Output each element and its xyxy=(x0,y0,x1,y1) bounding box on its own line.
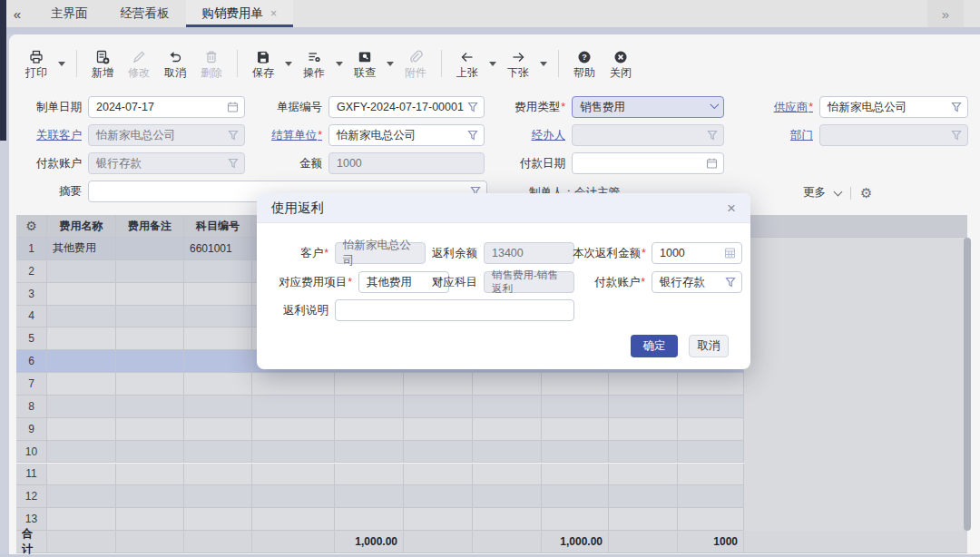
table-cell[interactable] xyxy=(678,396,744,418)
table-cell[interactable] xyxy=(47,327,116,350)
table-cell[interactable] xyxy=(184,485,252,508)
next-button[interactable]: 下张 xyxy=(500,49,536,78)
table-row[interactable]: 7 xyxy=(16,373,744,396)
table-cell[interactable] xyxy=(678,485,744,508)
table-cell[interactable] xyxy=(404,418,473,441)
rebate-note-input[interactable] xyxy=(335,299,574,321)
prev-dropdown-caret[interactable] xyxy=(489,62,496,66)
row-number[interactable]: 5 xyxy=(16,327,47,350)
cancel-button[interactable]: 取消 xyxy=(157,49,193,78)
filter-icon[interactable] xyxy=(725,277,736,288)
row-number[interactable]: 2 xyxy=(16,260,47,283)
table-cell[interactable] xyxy=(473,396,542,418)
table-cell[interactable] xyxy=(184,350,252,373)
table-cell[interactable] xyxy=(335,396,404,418)
collapse-right-icon[interactable]: » xyxy=(927,0,964,27)
account-subject-input[interactable]: 销售费用-销售返利 xyxy=(484,271,574,293)
table-cell[interactable] xyxy=(609,396,678,418)
department-label[interactable]: 部门 xyxy=(759,128,813,143)
expense-type-select[interactable]: 销售费用 xyxy=(572,96,724,118)
table-cell[interactable] xyxy=(47,306,116,328)
dialog-close-icon[interactable]: × xyxy=(727,200,736,216)
table-cell[interactable] xyxy=(116,350,184,373)
table-row[interactable]: 8 xyxy=(16,396,744,418)
table-cell[interactable] xyxy=(184,464,252,486)
table-cell[interactable] xyxy=(252,464,335,486)
table-cell[interactable] xyxy=(116,396,184,418)
more-button[interactable]: 更多 xyxy=(803,185,826,200)
column-header[interactable]: 科目编号 xyxy=(184,215,252,238)
table-cell[interactable] xyxy=(184,306,252,328)
row-number[interactable]: 10 xyxy=(16,441,47,464)
related-customer-input[interactable]: 怡新家电总公司 xyxy=(88,124,245,146)
table-cell[interactable] xyxy=(116,283,184,306)
table-cell[interactable] xyxy=(335,464,404,486)
table-cell[interactable] xyxy=(184,396,252,418)
table-cell[interactable] xyxy=(116,441,184,464)
table-row[interactable]: 9 xyxy=(16,418,744,441)
table-cell[interactable] xyxy=(542,508,609,531)
table-cell[interactable] xyxy=(678,418,744,441)
table-cell[interactable] xyxy=(184,260,252,283)
next-dropdown-caret[interactable] xyxy=(540,62,547,66)
table-cell[interactable] xyxy=(47,418,116,441)
customer-input[interactable]: 怡新家电总公司 xyxy=(335,242,426,264)
settle-unit-label[interactable]: 结算单位* xyxy=(263,128,322,143)
table-cell[interactable] xyxy=(609,508,678,531)
table-row[interactable]: 10 xyxy=(16,441,744,464)
table-cell[interactable] xyxy=(678,508,744,531)
edit-button[interactable]: 修改 xyxy=(121,49,157,78)
tab-expense-doc[interactable]: 购销费用单 × xyxy=(186,0,294,27)
table-cell[interactable] xyxy=(542,485,609,508)
rebate-balance-input[interactable]: 13400 xyxy=(484,242,574,264)
table-cell[interactable] xyxy=(47,260,116,283)
save-button[interactable]: 保存 xyxy=(245,49,281,78)
table-cell[interactable] xyxy=(404,396,473,418)
table-cell[interactable] xyxy=(252,441,335,464)
supplier-label[interactable]: 供应商* xyxy=(759,100,813,115)
table-cell[interactable] xyxy=(116,418,184,441)
table-cell[interactable] xyxy=(609,441,678,464)
table-cell[interactable] xyxy=(473,441,542,464)
table-cell[interactable] xyxy=(404,464,473,486)
table-cell[interactable] xyxy=(473,373,542,396)
doc-no-input[interactable]: GXFY-2024-07-17-00001 xyxy=(328,96,485,118)
table-row[interactable]: 12 xyxy=(16,485,744,508)
row-number[interactable]: 4 xyxy=(16,306,47,328)
linkquery-button[interactable]: 联查 xyxy=(347,49,383,78)
tab-close-icon[interactable]: × xyxy=(270,7,277,20)
doc-date-input[interactable]: 2024-07-17 xyxy=(88,96,245,118)
pay-account-input[interactable]: 银行存款 xyxy=(88,152,245,174)
table-row[interactable]: 11 xyxy=(16,464,744,486)
table-cell[interactable] xyxy=(404,508,473,531)
table-cell[interactable] xyxy=(335,485,404,508)
table-cell[interactable] xyxy=(47,396,116,418)
table-cell[interactable] xyxy=(609,418,678,441)
table-cell[interactable] xyxy=(335,418,404,441)
table-cell[interactable] xyxy=(184,418,252,441)
table-cell[interactable] xyxy=(335,441,404,464)
table-cell[interactable] xyxy=(473,485,542,508)
table-cell[interactable] xyxy=(335,373,404,396)
table-cell[interactable] xyxy=(542,441,609,464)
table-cell[interactable] xyxy=(116,327,184,350)
filter-icon[interactable] xyxy=(467,102,478,112)
table-cell[interactable] xyxy=(609,464,678,486)
ok-button[interactable]: 确定 xyxy=(631,335,678,357)
operate-dropdown-caret[interactable] xyxy=(336,62,343,66)
table-cell[interactable] xyxy=(678,373,744,396)
dialog-pay-account-input[interactable]: 银行存款 xyxy=(652,271,742,293)
table-cell[interactable] xyxy=(116,464,184,486)
table-cell[interactable] xyxy=(184,508,252,531)
table-cell[interactable] xyxy=(47,441,116,464)
calendar-icon[interactable] xyxy=(227,102,239,113)
table-cell[interactable] xyxy=(335,508,404,531)
table-cell[interactable] xyxy=(678,464,744,486)
table-cell[interactable] xyxy=(184,441,252,464)
handler-input[interactable] xyxy=(572,124,724,146)
table-cell[interactable] xyxy=(47,373,116,396)
table-cell[interactable] xyxy=(473,508,542,531)
rebate-amount-input[interactable]: 1000 xyxy=(652,242,742,264)
table-cell[interactable] xyxy=(473,418,542,441)
table-cell[interactable] xyxy=(116,508,184,531)
